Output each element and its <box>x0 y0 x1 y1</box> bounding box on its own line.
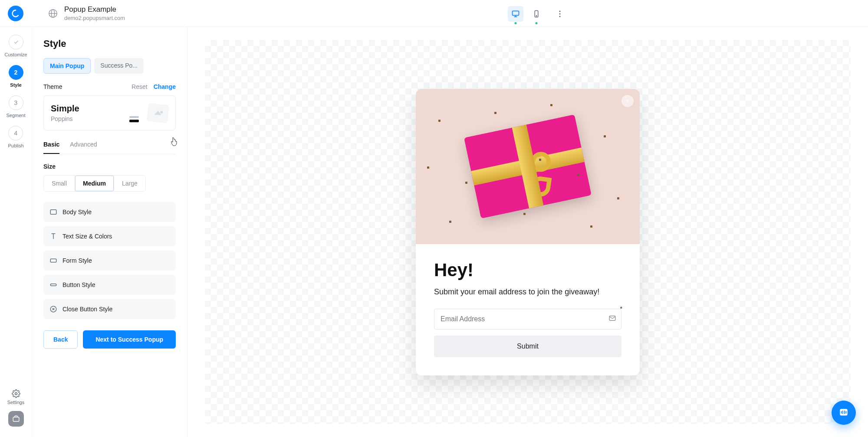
subtab-basic[interactable]: Basic <box>43 141 59 154</box>
tab-success-popup[interactable]: Success Po... <box>94 58 144 74</box>
text-icon <box>49 232 57 240</box>
theme-preview-icon <box>128 104 168 122</box>
globe-icon <box>47 7 59 20</box>
top-header: Popup Example demo2.popupsmart.com <box>0 0 868 27</box>
next-button[interactable]: Next to Success Popup <box>83 330 176 349</box>
subtab-advanced[interactable]: Advanced <box>70 141 97 154</box>
size-large-button[interactable]: Large <box>114 176 145 191</box>
panel-title: Style <box>43 38 176 49</box>
style-subtabs: Basic Advanced <box>43 141 176 154</box>
accordion-text-size-colors[interactable]: Text Size & Colors <box>43 226 176 246</box>
theme-reset-link[interactable]: Reset <box>132 83 148 90</box>
svg-point-7 <box>559 13 560 14</box>
form-icon <box>49 257 57 264</box>
accordion-form-style[interactable]: Form Style <box>43 251 176 271</box>
briefcase-button[interactable] <box>8 411 24 427</box>
step-rail: Customize 2 Style 3 Segment 4 Publish Se… <box>0 27 32 437</box>
rail-settings[interactable]: Settings <box>7 389 25 405</box>
campaign-title: Popup Example <box>64 5 125 14</box>
rail-step-publish[interactable]: 4 Publish <box>8 126 23 148</box>
rectangle-icon <box>49 208 57 216</box>
campaign-title-block: Popup Example demo2.popupsmart.com <box>64 5 125 21</box>
campaign-domain: demo2.popupsmart.com <box>64 15 125 21</box>
device-desktop-button[interactable] <box>508 6 523 22</box>
size-medium-button[interactable]: Medium <box>75 176 114 191</box>
popup-type-tabs: Main Popup Success Po... <box>43 58 176 74</box>
preview-canvas: Hey! Submit your email address to join t… <box>187 27 868 437</box>
popup-hero-image <box>416 89 640 244</box>
required-asterisk: * <box>620 305 622 312</box>
mail-icon <box>608 314 616 324</box>
svg-point-9 <box>15 393 17 395</box>
size-label: Size <box>43 163 176 170</box>
rail-step-segment[interactable]: 3 Segment <box>6 95 25 118</box>
style-panel: Style Main Popup Success Po... Theme Res… <box>32 27 187 437</box>
svg-point-0 <box>11 9 20 18</box>
size-segment: Small Medium Large <box>43 175 146 192</box>
device-toggle <box>508 6 565 22</box>
accordion-button-style[interactable]: Button Style <box>43 275 176 295</box>
email-input[interactable] <box>434 309 621 329</box>
svg-point-5 <box>536 16 537 16</box>
accordion-body-style[interactable]: Body Style <box>43 202 176 222</box>
rail-step-style[interactable]: 2 Style <box>9 65 23 88</box>
svg-rect-13 <box>50 284 56 286</box>
popup-submit-button[interactable]: Submit <box>434 336 621 357</box>
rail-step-customize[interactable]: Customize <box>5 35 27 57</box>
svg-point-6 <box>559 10 560 12</box>
back-button[interactable]: Back <box>43 330 78 349</box>
theme-card[interactable]: Simple Poppins <box>43 95 176 130</box>
svg-rect-10 <box>13 417 19 421</box>
brand-logo[interactable] <box>8 6 23 21</box>
theme-name: Simple <box>51 104 79 114</box>
accordion-close-button-style[interactable]: Close Button Style <box>43 299 176 319</box>
close-circle-icon <box>49 305 57 313</box>
theme-section-label: Theme <box>43 83 62 90</box>
size-small-button[interactable]: Small <box>44 176 75 191</box>
theme-font: Poppins <box>51 115 79 122</box>
popup-close-button[interactable] <box>621 95 634 107</box>
svg-rect-3 <box>513 11 519 15</box>
popup-headline: Hey! <box>434 260 621 280</box>
chat-widget-button[interactable] <box>832 401 856 425</box>
device-mobile-button[interactable] <box>529 6 544 22</box>
svg-rect-11 <box>50 210 56 215</box>
kebab-menu[interactable] <box>555 9 565 19</box>
popup-subtext: Submit your email address to join the gi… <box>434 287 621 297</box>
popup-preview: Hey! Submit your email address to join t… <box>416 89 640 375</box>
theme-change-link[interactable]: Change <box>154 83 176 90</box>
tab-main-popup[interactable]: Main Popup <box>43 58 91 74</box>
button-icon <box>49 281 57 289</box>
svg-rect-12 <box>50 259 56 262</box>
svg-point-8 <box>559 16 560 17</box>
